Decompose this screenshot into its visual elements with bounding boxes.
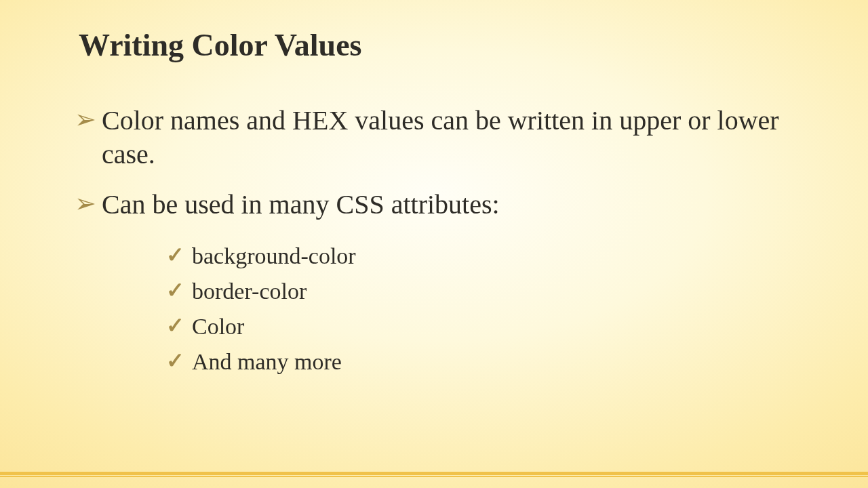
sub-bullet-item: And many more: [166, 346, 800, 378]
bullet-item: Color names and HEX values can be writte…: [75, 104, 800, 171]
bullet-list: Color names and HEX values can be writte…: [75, 104, 800, 378]
footer-divider: [0, 472, 868, 477]
slide: Writing Color Values Color names and HEX…: [0, 0, 868, 488]
slide-title: Writing Color Values: [79, 27, 800, 63]
sub-bullet-list: background-color border-color Color And …: [166, 241, 800, 378]
bullet-text: Can be used in many CSS attributes:: [102, 189, 500, 220]
sub-bullet-item: Color: [166, 311, 800, 342]
sub-bullet-item: background-color: [166, 241, 800, 272]
sub-bullet-item: border-color: [166, 276, 800, 307]
bullet-item: Can be used in many CSS attributes: back…: [75, 188, 800, 378]
